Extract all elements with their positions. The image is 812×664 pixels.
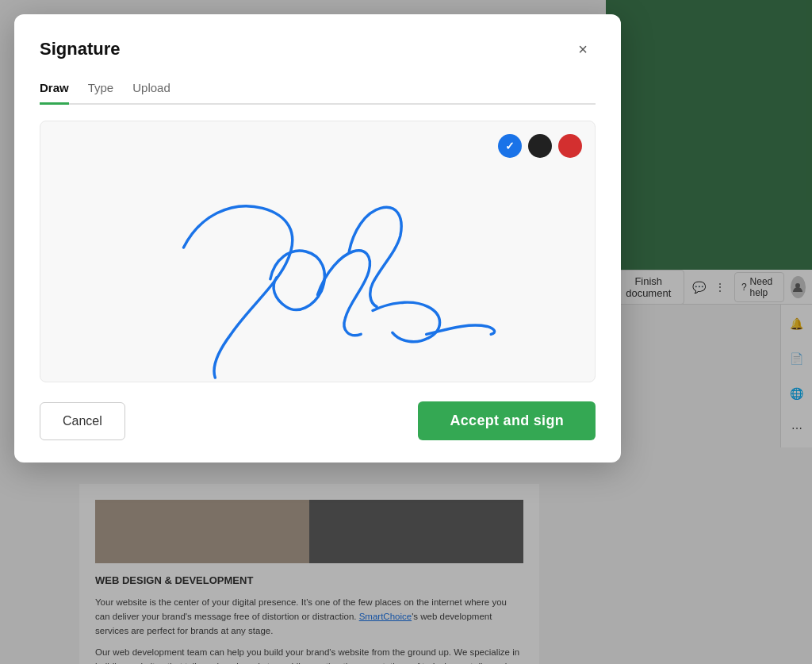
tab-draw[interactable]: Draw — [40, 75, 69, 105]
modal-title: Signature — [40, 39, 120, 59]
modal-header: Signature × — [40, 36, 596, 62]
tab-upload[interactable]: Upload — [132, 75, 170, 105]
cancel-button[interactable]: Cancel — [40, 402, 125, 440]
accept-and-sign-button[interactable]: Accept and sign — [418, 401, 596, 440]
modal-overlay: Signature × Draw Type Upload — [0, 0, 812, 664]
signature-drawing — [40, 121, 595, 382]
signature-tabs: Draw Type Upload — [40, 75, 596, 105]
signature-canvas[interactable] — [40, 121, 596, 382]
close-button[interactable]: × — [570, 36, 596, 62]
modal-footer: Cancel Accept and sign — [40, 401, 596, 440]
signature-modal: Signature × Draw Type Upload — [14, 14, 621, 462]
tab-type[interactable]: Type — [88, 75, 114, 105]
